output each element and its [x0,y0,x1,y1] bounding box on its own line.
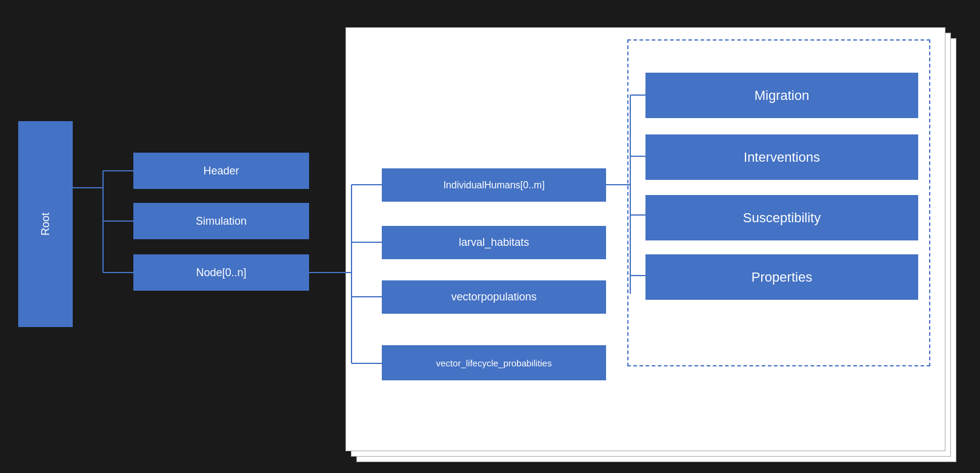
vectorpopulations-node: vectorpopulations [382,280,606,314]
simulation-node: Simulation [133,203,309,239]
header-node: Header [133,153,309,189]
susceptibility-node: Susceptibility [645,195,918,240]
root-label: Root [39,213,52,236]
node-0n: Node[0..n] [133,254,309,291]
properties-node: Properties [645,254,918,300]
larval-habitats-node: larval_habitats [382,226,606,259]
interventions-node: Interventions [645,134,918,180]
diagram-container: Root Header Simulation Node[0..n] Indivi… [0,0,980,473]
root-node: Root [18,121,73,327]
migration-node: Migration [645,73,918,118]
vector-lifecycle-node: vector_lifecycle_probabilities [382,345,606,380]
individual-humans-node: IndividualHumans[0..m] [382,168,606,202]
